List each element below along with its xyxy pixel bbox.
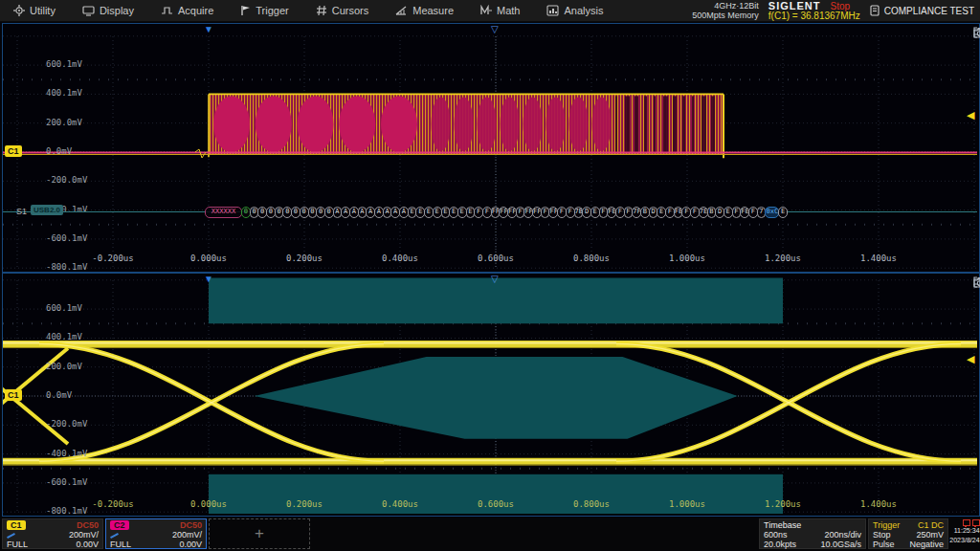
cursors-icon (316, 5, 327, 16)
decode-value-box: E (778, 207, 788, 218)
waveform-graph-eye[interactable]: 600.1mV400.1mV200.0mV0.0mV-200.0mV-400.1… (2, 273, 980, 517)
y-axis-label: -400.1mV (46, 449, 87, 458)
scale-label: 200mV/ (172, 530, 202, 540)
y-axis-label: 200.0mV (46, 118, 82, 127)
timebase-scale: 200ns/div (824, 530, 861, 540)
x-axis-label: 0.200us (286, 499, 323, 509)
x-axis-label: 0.800us (573, 499, 610, 509)
network-status (963, 518, 980, 526)
x-axis-label: 0.600us (478, 499, 514, 509)
acquire-icon (161, 5, 173, 16)
x-axis-label: 0.400us (382, 499, 418, 509)
flag-icon (240, 5, 251, 16)
coupling-label: DC50 (77, 520, 99, 530)
timebase-box[interactable]: Timebase 600ns200ns/div 20.0kpts10.0GSa/… (759, 518, 866, 549)
menu-trigger[interactable]: Trigger (227, 0, 301, 21)
x-axis-label: -0.200us (92, 499, 133, 509)
y-axis-label: 0.0mV (46, 146, 72, 156)
menu-trigger-label: Trigger (256, 5, 288, 16)
packet-plot (3, 24, 977, 270)
channel-box-c2[interactable]: C2DC50 200mV/ FULL0.00V (105, 518, 207, 549)
x-axis-label: 1.200us (765, 253, 801, 263)
trigger-level-arrow[interactable]: ◀ (967, 354, 974, 364)
offset-label: 0.00V (179, 540, 202, 549)
analysis-icon (546, 5, 559, 16)
menu-display-label: Display (100, 5, 134, 16)
timebase-title: Timebase (764, 520, 801, 530)
trigger-level-arrow[interactable]: ◀ (967, 110, 974, 121)
y-axis-label: -600.1mV (46, 477, 87, 487)
plus-icon: + (255, 524, 264, 543)
menu-utility[interactable]: Utility (0, 0, 69, 21)
trigger-status: Stop (873, 530, 891, 540)
menu-math-label: Math (497, 5, 520, 16)
timebase-window: 600ns (764, 530, 788, 540)
trigger-box[interactable]: TriggerC1 DC Stop250mV PulseNegative (868, 518, 948, 549)
bandwidth-limit-label: FULL (7, 540, 28, 549)
menu-acquire[interactable]: Acquire (147, 0, 227, 21)
menu-acquire-label: Acquire (178, 5, 213, 16)
add-channel-button[interactable]: + (209, 518, 310, 549)
y-axis-label: -800.1mV (46, 262, 87, 272)
oscilloscope-screen: Utility Display Acquire Trigger Cursors … (0, 0, 980, 551)
speaker-icon[interactable] (973, 276, 980, 288)
channel-name-badge: C1 (7, 520, 26, 530)
probe-slope-icon (7, 532, 16, 539)
trigger-type: Pulse (873, 540, 895, 549)
acquisition-status: Stop (831, 2, 851, 11)
brand-logo: SIGLENT (768, 1, 821, 11)
trigger-delay-marker[interactable]: ▽ (491, 275, 499, 284)
y-axis-label: -800.1mV (46, 506, 87, 516)
bandwidth-limit-label: FULL (110, 540, 131, 549)
x-axis-label: 1.000us (669, 499, 705, 509)
menu-math[interactable]: Math (467, 0, 533, 21)
bus-protocol-badge[interactable]: USB2.0 (31, 205, 63, 215)
bandwidth-label: 4GHz·12Bit (714, 1, 759, 11)
waveform-graph-packet[interactable]: 600.1mV400.1mV200.0mV0.0mV-200.0mV-400.1… (2, 23, 980, 273)
measure-icon (395, 5, 408, 16)
x-axis-label: 0.600us (478, 253, 514, 263)
acquisition-info: 4GHz·12Bit 500Mpts Memory (692, 1, 759, 20)
decode-value-row: XXXXXX00000000000AAAAAAAAAEEEEEEEEFFFFFF… (205, 206, 787, 218)
menu-cursors-label: Cursors (332, 5, 369, 16)
brand-block: SIGLENT Stop f(C1) = 36.81367MHz (768, 1, 860, 21)
coupling-label: DC50 (180, 520, 202, 530)
timebase-points: 20.0kpts (764, 540, 796, 549)
display-icon (82, 5, 95, 16)
lan-icon (972, 519, 980, 526)
menu-cursors[interactable]: Cursors (302, 0, 383, 21)
x-axis-label: -0.200us (92, 253, 133, 263)
trigger-position-marker[interactable]: ▼ (204, 25, 213, 34)
trigger-delay-marker[interactable]: ▽ (491, 25, 499, 34)
y-axis-label: 400.1mV (46, 88, 82, 98)
y-axis-label: 600.1mV (46, 59, 82, 69)
menu-bar: Utility Display Acquire Trigger Cursors … (0, 0, 980, 22)
channel-badge-c1[interactable]: C1 (5, 145, 22, 157)
decode-value-box: 0xC (765, 207, 779, 218)
y-axis-label: -600.1mV (46, 233, 87, 243)
compliance-test-button[interactable]: COMPLIANCE TEST (870, 5, 974, 16)
lan-icon (963, 519, 970, 526)
x-axis-label: 1.000us (669, 253, 705, 263)
gear-icon (13, 5, 25, 16)
y-axis-label: 400.1mV (46, 332, 82, 342)
menu-display[interactable]: Display (69, 0, 147, 21)
sample-rate: 10.0GSa/s (820, 540, 861, 549)
y-axis-label: 600.1mV (46, 303, 82, 313)
x-axis-label: 0.800us (573, 253, 610, 263)
trigger-position-marker[interactable]: ▼ (204, 275, 213, 284)
menu-analysis[interactable]: Analysis (533, 0, 616, 21)
clock-date: 2023/8/24 (950, 536, 980, 545)
channel-box-c1[interactable]: C1DC50 200mV/ FULL0.00V (2, 518, 103, 549)
y-axis-label: 0.0mV (46, 390, 72, 400)
compliance-icon (870, 5, 880, 16)
speaker-icon[interactable] (973, 27, 980, 38)
trigger-slope: Negative (909, 540, 944, 549)
scale-label: 200mV/ (69, 530, 99, 540)
menu-measure[interactable]: Measure (382, 0, 467, 21)
trigger-title: Trigger (873, 520, 900, 530)
eye-plot (3, 274, 977, 514)
offset-label: 0.00V (76, 540, 99, 549)
channel-badge-c1[interactable]: C1 (5, 389, 22, 401)
x-axis-label: 0.200us (286, 253, 323, 263)
